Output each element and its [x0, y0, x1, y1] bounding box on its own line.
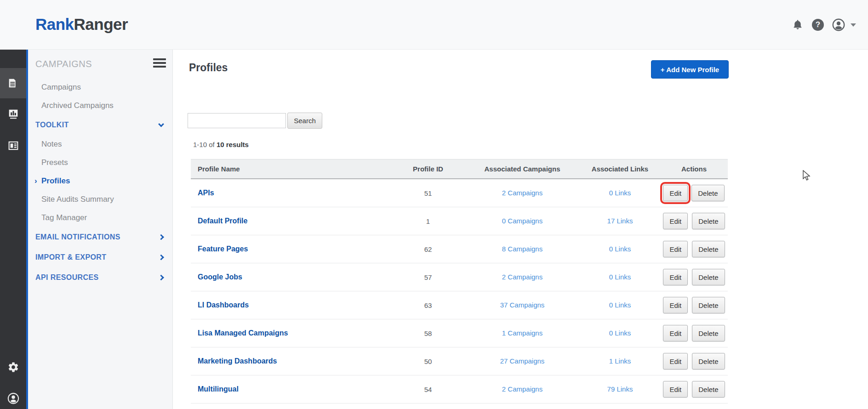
associated-links-link[interactable]: 0 Links — [609, 301, 631, 309]
sidebar-label: Presets — [41, 158, 68, 167]
profile-id-value: 63 — [391, 301, 465, 309]
delete-button[interactable]: Delete — [692, 353, 725, 369]
edit-button[interactable]: Edit — [663, 213, 688, 229]
delete-button[interactable]: Delete — [692, 325, 725, 341]
delete-button[interactable]: Delete — [692, 213, 725, 229]
profile-name-link[interactable]: LI Dashboards — [191, 301, 391, 309]
settings-gear-icon[interactable] — [0, 352, 26, 382]
sidebar-section-toolkit[interactable]: TOOLKIT — [28, 115, 172, 135]
associated-campaigns-link[interactable]: 27 Campaigns — [500, 357, 545, 365]
account-avatar-icon[interactable] — [832, 18, 845, 31]
top-bar: RankRanger ? — [0, 0, 868, 50]
sidebar-section-email-notifications[interactable]: EMAIL NOTIFICATIONS — [28, 227, 172, 247]
search-input[interactable] — [188, 113, 286, 128]
strip-reports-icon[interactable] — [0, 99, 26, 129]
table-row-apis: APIs512 Campaigns0 LinksEditDelete — [191, 179, 728, 207]
associated-campaigns-link[interactable]: 2 Campaigns — [502, 273, 542, 281]
chevron-right-icon — [158, 234, 164, 240]
associated-links-link[interactable]: 17 Links — [607, 217, 633, 225]
profile-name-link[interactable]: APIs — [191, 189, 391, 197]
associated-links-link[interactable]: 0 Links — [609, 245, 631, 253]
icon-strip — [0, 50, 26, 409]
delete-button[interactable]: Delete — [692, 269, 725, 285]
profile-name-link[interactable]: Feature Pages — [191, 245, 391, 253]
sidebar-item-tag-manager[interactable]: Tag Manager — [28, 209, 172, 227]
sidebar-item-archived-campaigns[interactable]: Archived Campaigns — [28, 97, 172, 115]
sidebar-section-api-resources[interactable]: API RESOURCES — [28, 267, 172, 288]
sidebar-item-campaigns[interactable]: Campaigns — [28, 78, 172, 97]
associated-campaigns-link[interactable]: 8 Campaigns — [502, 245, 542, 253]
profile-id-value: 50 — [391, 358, 465, 365]
notifications-bell-icon[interactable] — [792, 18, 804, 31]
table-row-feature-pages: Feature Pages628 Campaigns0 LinksEditDel… — [191, 235, 728, 263]
associated-links-link[interactable]: 79 Links — [607, 385, 633, 393]
profile-id-value: 54 — [391, 386, 465, 393]
profile-name-link[interactable]: Marketing Dashboards — [191, 357, 391, 365]
delete-button[interactable]: Delete — [691, 185, 724, 201]
sidebar-label: Campaigns — [41, 83, 81, 91]
profile-name-link[interactable]: Google Jobs — [191, 273, 391, 281]
add-new-profile-button[interactable]: + Add New Profile — [651, 60, 729, 79]
brand-logo[interactable]: RankRanger — [35, 15, 128, 34]
associated-campaigns-link[interactable]: 2 Campaigns — [502, 189, 542, 197]
associated-campaigns-link[interactable]: 1 Campaigns — [502, 329, 542, 337]
search-button[interactable]: Search — [287, 113, 322, 129]
profile-id-value: 62 — [391, 245, 465, 253]
profile-name-link[interactable]: Multilingual — [191, 385, 391, 393]
delete-button[interactable]: Delete — [692, 297, 725, 313]
profile-id-value: 51 — [391, 189, 465, 197]
help-icon[interactable]: ? — [812, 19, 824, 31]
sidebar-label: Profiles — [41, 176, 70, 185]
results-prefix: 1-10 of — [193, 141, 217, 148]
edit-button[interactable]: Edit — [663, 185, 688, 201]
edit-button[interactable]: Edit — [663, 269, 688, 285]
account-caret-down-icon[interactable] — [851, 23, 856, 27]
profile-name-link[interactable]: Default Profile — [191, 217, 391, 225]
associated-links-link[interactable]: 0 Links — [609, 273, 631, 281]
menu-hamburger-icon[interactable] — [153, 58, 166, 69]
sidebar-label: Archived Campaigns — [41, 101, 114, 110]
results-count: 1-10 of 10 results — [193, 141, 249, 148]
sidebar-title: CAMPAIGNS — [35, 59, 92, 69]
edit-button[interactable]: Edit — [663, 297, 688, 313]
associated-campaigns-link[interactable]: 2 Campaigns — [502, 385, 542, 393]
table-row-li-dashboards: LI Dashboards6337 Campaigns0 LinksEditDe… — [191, 291, 728, 319]
sidebar-section-import-export[interactable]: IMPORT & EXPORT — [28, 247, 172, 267]
edit-button[interactable]: Edit — [663, 325, 688, 341]
table-row-google-jobs: Google Jobs572 Campaigns0 LinksEditDelet… — [191, 263, 728, 291]
strip-campaigns-icon[interactable] — [0, 68, 26, 98]
sidebar: CAMPAIGNS CampaignsArchived CampaignsTOO… — [28, 50, 173, 409]
header-associated-links: Associated Links — [580, 165, 660, 173]
sidebar-item-notes[interactable]: Notes — [28, 135, 172, 153]
associated-links-link[interactable]: 0 Links — [609, 189, 631, 197]
table-row-lisa-managed-campaigns: Lisa Managed Campaigns581 Campaigns0 Lin… — [191, 319, 728, 347]
brand-logo-part1: Rank — [35, 15, 74, 33]
sidebar-label: EMAIL NOTIFICATIONS — [35, 233, 120, 241]
main-content: Profiles + Add New Profile Search 1-10 o… — [173, 50, 868, 409]
associated-links-link[interactable]: 1 Links — [609, 357, 631, 365]
edit-highlight-annotation: Edit — [660, 182, 691, 204]
sidebar-label: TOOLKIT — [35, 121, 69, 129]
associated-campaigns-link[interactable]: 0 Campaigns — [502, 217, 542, 225]
table-row-default-profile: Default Profile10 Campaigns17 LinksEditD… — [191, 207, 728, 235]
results-total: 10 results — [217, 141, 249, 148]
sidebar-item-site-audits-summary[interactable]: Site Audits Summary — [28, 190, 172, 209]
strip-pages-icon[interactable] — [0, 131, 26, 161]
edit-button[interactable]: Edit — [663, 241, 688, 257]
delete-button[interactable]: Delete — [692, 381, 725, 398]
chevron-right-icon — [158, 275, 164, 281]
associated-links-link[interactable]: 0 Links — [609, 329, 631, 337]
header-associated-campaigns: Associated Campaigns — [465, 165, 580, 173]
associated-campaigns-link[interactable]: 37 Campaigns — [500, 301, 545, 309]
edit-button[interactable]: Edit — [663, 353, 688, 369]
delete-button[interactable]: Delete — [692, 241, 725, 257]
sidebar-nav: CampaignsArchived CampaignsTOOLKITNotesP… — [28, 78, 172, 288]
profile-person-icon[interactable] — [0, 383, 26, 409]
edit-button[interactable]: Edit — [663, 381, 688, 398]
sidebar-item-presets[interactable]: Presets — [28, 153, 172, 172]
sidebar-item-profiles[interactable]: ›Profiles — [28, 172, 172, 190]
table-row-marketing-dashboards: Marketing Dashboards5027 Campaigns1 Link… — [191, 347, 728, 375]
profile-id-value: 57 — [391, 273, 465, 281]
chevron-down-icon — [158, 121, 164, 127]
profile-name-link[interactable]: Lisa Managed Campaigns — [191, 329, 391, 337]
